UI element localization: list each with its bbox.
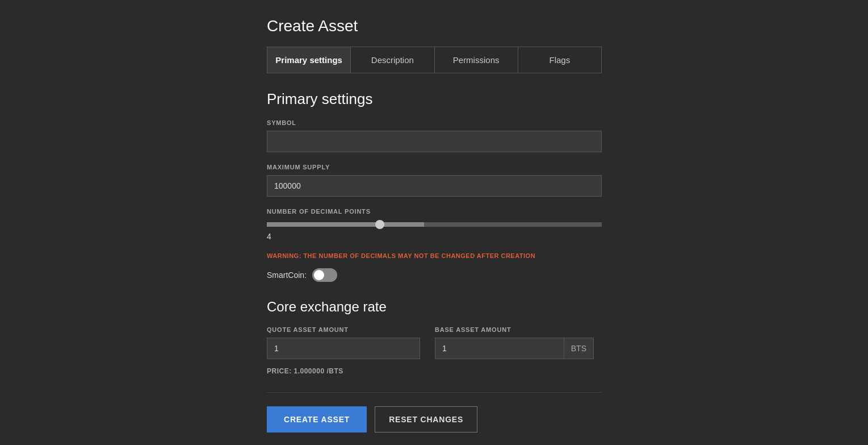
smartcoin-row: SmartCoin: xyxy=(267,268,624,282)
decimal-points-label: NUMBER OF DECIMAL POINTS xyxy=(267,208,624,215)
tab-description[interactable]: Description xyxy=(351,47,434,73)
base-asset-group: BASE ASSET AMOUNT BTS xyxy=(435,326,603,359)
symbol-group: SYMBOL xyxy=(267,119,624,152)
tab-bar: Primary settings Description Permissions… xyxy=(267,47,602,73)
page-title: Create Asset xyxy=(267,17,624,35)
price-label: PRICE: 1.000000 /BTS xyxy=(267,367,624,375)
base-asset-suffix: BTS xyxy=(564,338,593,359)
core-exchange-rate-title: Core exchange rate xyxy=(267,299,624,315)
decimal-points-slider[interactable] xyxy=(267,222,602,227)
smartcoin-label: SmartCoin: xyxy=(267,271,307,280)
quote-asset-input[interactable] xyxy=(267,338,420,359)
max-supply-label: MAXIMUM SUPPLY xyxy=(267,164,624,170)
decimal-warning: WARNING: THE NUMBER OF DECIMALS MAY NOT … xyxy=(267,252,624,259)
primary-settings-title: Primary settings xyxy=(267,90,624,108)
smartcoin-toggle[interactable] xyxy=(312,268,337,282)
decimal-points-value: 4 xyxy=(267,232,624,241)
exchange-rate-inputs: QUOTE ASSET AMOUNT BASE ASSET AMOUNT BTS xyxy=(267,326,624,359)
base-asset-input-wrapper: BTS xyxy=(435,338,594,359)
button-row: CREATE ASSET RESET CHANGES xyxy=(267,406,624,432)
tab-primary-settings[interactable]: Primary settings xyxy=(267,47,351,73)
toggle-slider xyxy=(312,268,337,282)
symbol-label: SYMBOL xyxy=(267,119,624,126)
tab-permissions[interactable]: Permissions xyxy=(435,47,518,73)
quote-asset-group: QUOTE ASSET AMOUNT xyxy=(267,326,426,359)
decimal-points-group: NUMBER OF DECIMAL POINTS 4 xyxy=(267,208,624,241)
tab-flags[interactable]: Flags xyxy=(518,47,601,73)
symbol-input[interactable] xyxy=(267,131,602,152)
max-supply-group: MAXIMUM SUPPLY xyxy=(267,164,624,197)
divider xyxy=(267,392,602,393)
reset-changes-button[interactable]: RESET CHANGES xyxy=(375,406,477,432)
create-asset-button[interactable]: CREATE ASSET xyxy=(267,406,367,432)
quote-asset-label: QUOTE ASSET AMOUNT xyxy=(267,326,426,333)
base-asset-input[interactable] xyxy=(435,338,564,359)
max-supply-input[interactable] xyxy=(267,175,602,197)
base-asset-label: BASE ASSET AMOUNT xyxy=(435,326,603,333)
